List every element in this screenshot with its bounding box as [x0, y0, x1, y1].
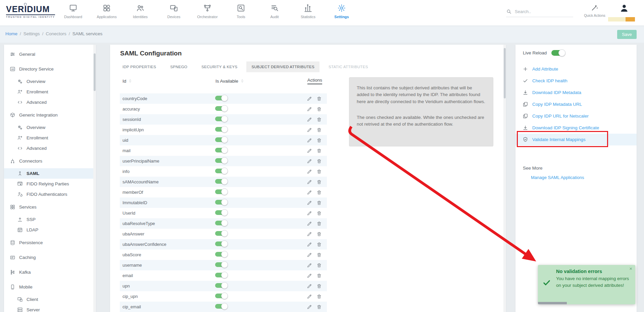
availability-toggle[interactable] [215, 169, 227, 173]
veridium-logo[interactable]: VERIDIUM TRUSTED DIGITAL IDENTITY [6, 5, 55, 18]
availability-toggle[interactable] [215, 304, 227, 309]
sidebar-item-saml[interactable]: SAML [4, 168, 96, 179]
nav-item-statistics[interactable]: Statistics [291, 4, 325, 19]
sidebar-item-client[interactable]: Client [4, 294, 96, 305]
edit-attribute-button[interactable] [306, 210, 312, 216]
delete-attribute-button[interactable] [316, 262, 322, 268]
live-reload-toggle[interactable] [551, 50, 565, 56]
availability-toggle[interactable] [215, 117, 227, 121]
edit-attribute-button[interactable] [306, 200, 312, 206]
tab-spnego[interactable]: SPNEGO [165, 61, 192, 72]
availability-toggle[interactable] [215, 262, 227, 267]
link-manage-saml-applications[interactable]: Manage SAML Applications [531, 175, 584, 180]
availability-toggle[interactable] [215, 231, 227, 236]
tab-idp-properties[interactable]: IDP PROPERTIES [117, 61, 161, 72]
sidebar-item-services[interactable]: Services [4, 199, 96, 214]
sidebar-item-directory-service[interactable]: ADDirectory Service [4, 61, 96, 76]
delete-attribute-button[interactable] [316, 252, 322, 258]
sidebar-item-enrollment[interactable]: Enrollment [4, 133, 96, 143]
breadcrumb-item-settings[interactable]: Settings [23, 31, 40, 36]
breadcrumb-item-conectors[interactable]: Conectors [46, 31, 66, 36]
edit-attribute-button[interactable] [306, 273, 312, 279]
edit-attribute-button[interactable] [306, 189, 312, 195]
availability-toggle[interactable] [215, 221, 227, 225]
action-download-idp-signing-certificate[interactable]: Download IDP Signing Certificate [515, 122, 637, 134]
sidebar-item-general[interactable]: General [4, 47, 96, 61]
sidebar-item-kafka[interactable]: Kafka [4, 265, 96, 279]
breadcrumb-item-home[interactable]: Home [5, 31, 17, 36]
delete-attribute-button[interactable] [316, 210, 322, 216]
save-button[interactable]: Save [617, 30, 637, 39]
nav-item-devices[interactable]: Devices [157, 4, 191, 19]
delete-attribute-button[interactable] [316, 200, 322, 206]
delete-attribute-button[interactable] [316, 273, 322, 279]
edit-attribute-button[interactable] [306, 241, 312, 248]
edit-attribute-button[interactable] [306, 252, 312, 258]
delete-attribute-button[interactable] [316, 137, 322, 143]
sidebar-item-persistence[interactable]: Persistence [4, 235, 96, 250]
availability-toggle[interactable] [215, 200, 227, 205]
availability-toggle[interactable] [215, 148, 227, 152]
edit-attribute-button[interactable] [306, 304, 312, 310]
tab-subject-derived-attributes[interactable]: SUBJECT DERIVED ATTRIBUTES [246, 61, 319, 72]
toast-close-button[interactable]: × [629, 266, 632, 271]
sidebar-scrollbar-thumb[interactable] [94, 53, 96, 91]
edit-attribute-button[interactable] [306, 169, 312, 175]
delete-attribute-button[interactable] [316, 231, 322, 237]
edit-attribute-button[interactable] [306, 137, 312, 143]
action-validate-internal-mappings[interactable]: Validate Internal Mappings [515, 134, 637, 145]
action-copy-idp-url-for-netscaler[interactable]: Copy IDP URL for Netscaler [515, 110, 637, 122]
sidebar-item-advanced[interactable]: Advanced [4, 97, 96, 107]
edit-attribute-button[interactable] [306, 96, 312, 102]
action-download-idp-metadata[interactable]: Download IDP Metadata [515, 87, 637, 98]
delete-attribute-button[interactable] [316, 283, 322, 289]
availability-toggle[interactable] [215, 96, 227, 100]
edit-attribute-button[interactable] [306, 294, 312, 300]
availability-toggle[interactable] [215, 106, 227, 111]
delete-attribute-button[interactable] [316, 179, 322, 185]
delete-attribute-button[interactable] [316, 127, 322, 133]
availability-toggle[interactable] [215, 179, 227, 184]
action-check-idp-health[interactable]: Check IDP health [515, 75, 637, 87]
sidebar-item-mobile[interactable]: Mobile [4, 279, 96, 294]
edit-attribute-button[interactable] [306, 148, 312, 154]
sidebar-item-ssp[interactable]: SSP [4, 214, 96, 225]
edit-attribute-button[interactable] [306, 106, 312, 112]
column-header-is-available[interactable]: Is Available [213, 79, 284, 84]
action-copy-idp-metadata-url[interactable]: Copy IDP Metadata URL [515, 98, 637, 110]
user-avatar[interactable] [619, 3, 629, 14]
nav-item-orchestrator[interactable]: Orchestrator [191, 4, 224, 19]
sidebar-item-server[interactable]: Server [4, 305, 96, 312]
availability-toggle[interactable] [215, 137, 227, 142]
edit-attribute-button[interactable] [306, 221, 312, 227]
sidebar-item-enrollment[interactable]: Enrollment [4, 87, 96, 97]
quick-actions-button[interactable]: Quick Actions [582, 4, 607, 17]
content-scrollbar[interactable] [503, 45, 506, 312]
delete-attribute-button[interactable] [316, 96, 322, 102]
sidebar-item-advanced[interactable]: Advanced [4, 143, 96, 153]
search-input[interactable] [515, 9, 565, 14]
delete-attribute-button[interactable] [316, 294, 322, 300]
column-header-id[interactable]: Id [120, 79, 213, 84]
availability-toggle[interactable] [215, 241, 227, 246]
delete-attribute-button[interactable] [316, 221, 322, 227]
content-scrollbar-thumb[interactable] [504, 48, 506, 98]
sidebar-item-fido-authenticators[interactable]: FIDO Authenticators [4, 189, 96, 199]
delete-attribute-button[interactable] [316, 106, 322, 112]
action-add-attribute[interactable]: Add Attribute [515, 63, 637, 75]
nav-item-identities[interactable]: Identities [123, 4, 157, 19]
tab-security-keys[interactable]: SECURITY & KEYS [196, 61, 242, 72]
sidebar-item-caching[interactable]: Caching [4, 250, 96, 265]
nav-item-settings[interactable]: Settings [325, 4, 358, 19]
availability-toggle[interactable] [215, 294, 227, 298]
nav-item-applications[interactable]: Applications [90, 4, 123, 19]
sidebar-item-overview[interactable]: Overview [4, 76, 96, 87]
availability-toggle[interactable] [215, 158, 227, 163]
edit-attribute-button[interactable] [306, 231, 312, 237]
edit-attribute-button[interactable] [306, 117, 312, 123]
edit-attribute-button[interactable] [306, 127, 312, 133]
nav-item-audit[interactable]: Audit [258, 4, 291, 19]
nav-item-dashboard[interactable]: Dashboard [56, 4, 90, 19]
edit-attribute-button[interactable] [306, 283, 312, 289]
sidebar-item-generic-integration[interactable]: Generic Integration [4, 107, 96, 122]
